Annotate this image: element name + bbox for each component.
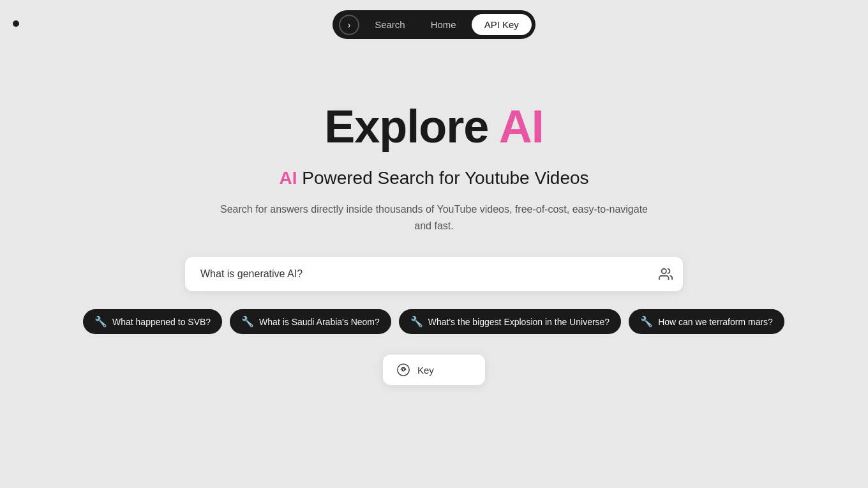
nav-arrow-button[interactable]: ›: [339, 15, 359, 35]
navbar: › Search Home API Key: [0, 0, 868, 49]
hero-title-plain: Explore: [324, 101, 498, 152]
search-input[interactable]: [185, 257, 683, 291]
hero-subtitle: AI Powered Search for Youtube Videos: [279, 168, 588, 188]
people-icon: [659, 267, 673, 281]
api-key-dropdown[interactable]: Key: [383, 355, 485, 385]
suggestions-row: 🔧 What happened to SVB? 🔧 What is Saudi …: [83, 309, 785, 334]
main-content: Explore AI AI Powered Search for Youtube…: [0, 49, 868, 385]
subtitle-ai-badge: AI: [279, 168, 297, 188]
subtitle-text: Powered Search for Youtube Videos: [297, 168, 588, 188]
nav-home-link[interactable]: Home: [421, 15, 467, 34]
hero-description: Search for answers directly inside thous…: [217, 201, 651, 234]
suggestion-icon-1: 🔧: [241, 316, 254, 328]
nav-pill: › Search Home API Key: [333, 10, 535, 39]
suggestion-icon-3: 🔧: [640, 316, 653, 328]
suggestion-icon-0: 🔧: [94, 316, 107, 328]
nav-search-link[interactable]: Search: [364, 15, 415, 34]
suggestion-icon-2: 🔧: [410, 316, 423, 328]
suggestion-text-1: What is Saudi Arabia's Neom?: [259, 317, 380, 327]
hero-title-highlight: AI: [499, 101, 544, 152]
suggestion-pill-0[interactable]: 🔧 What happened to SVB?: [83, 309, 222, 334]
api-key-label: Key: [417, 365, 434, 376]
suggestion-text-3: How can we terraform mars?: [658, 317, 773, 327]
suggestion-pill-1[interactable]: 🔧 What is Saudi Arabia's Neom?: [230, 309, 391, 334]
suggestion-pill-2[interactable]: 🔧 What's the biggest Explosion in the Un…: [399, 309, 621, 334]
search-container: [185, 257, 683, 291]
svg-point-1: [402, 369, 405, 371]
openai-logo-icon: [396, 362, 411, 377]
search-submit-button[interactable]: [659, 267, 673, 281]
svg-point-0: [662, 269, 666, 273]
suggestion-text-0: What happened to SVB?: [112, 317, 211, 327]
nav-api-key-button[interactable]: API Key: [472, 14, 532, 35]
arrow-icon: ›: [348, 20, 351, 30]
logo-dot: [13, 20, 19, 27]
suggestion-pill-3[interactable]: 🔧 How can we terraform mars?: [629, 309, 784, 334]
hero-title: Explore AI: [324, 100, 543, 153]
suggestion-text-2: What's the biggest Explosion in the Univ…: [428, 317, 610, 327]
